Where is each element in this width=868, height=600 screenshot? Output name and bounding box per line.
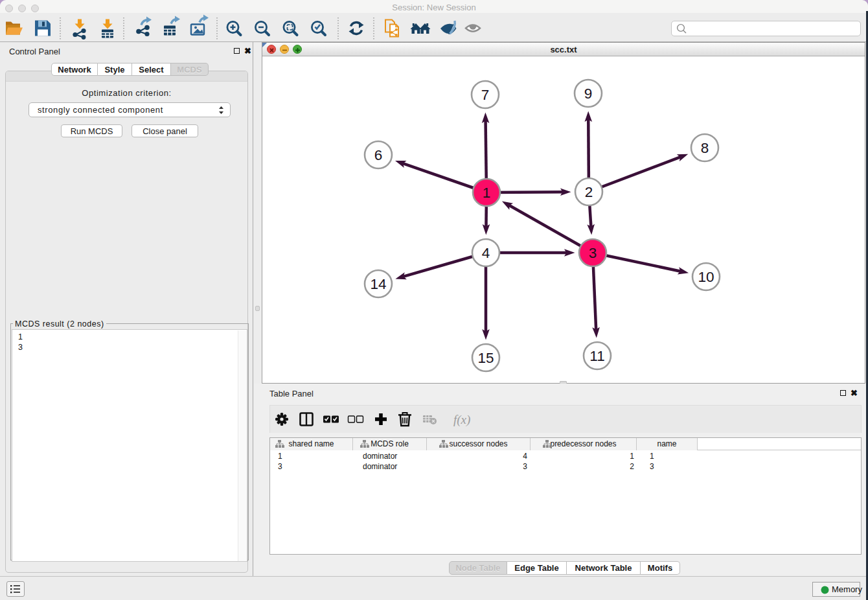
svg-text:9: 9 [584,86,593,102]
svg-text:1: 1 [483,185,491,201]
svg-text:11: 11 [589,348,604,364]
svg-text:6: 6 [374,147,383,163]
svg-text:10: 10 [698,269,714,285]
svg-text:7: 7 [481,87,490,103]
svg-text:2: 2 [585,184,593,200]
svg-text:4: 4 [482,245,490,261]
svg-text:f(x): f(x) [453,413,470,427]
svg-text:3: 3 [589,245,597,261]
svg-text:14: 14 [370,276,386,292]
svg-text:8: 8 [701,140,709,156]
svg-text:15: 15 [477,350,494,366]
